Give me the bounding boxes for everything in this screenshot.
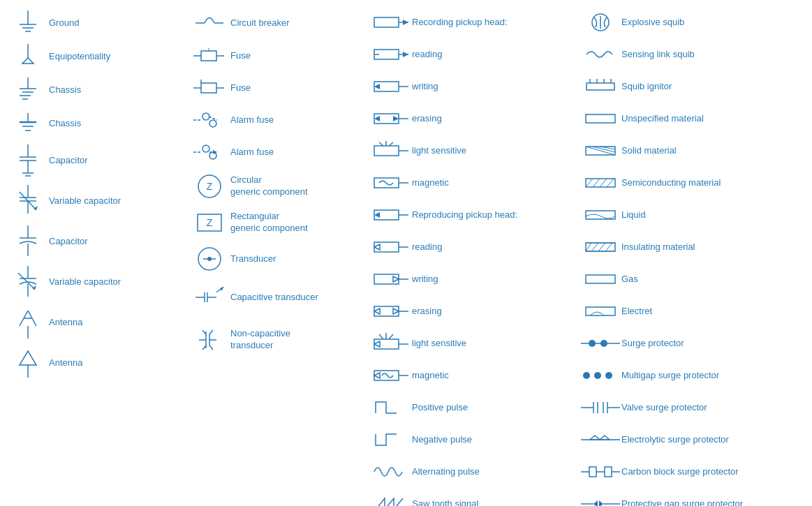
alarm-fuse2-label: Alarm fuse (230, 147, 274, 158)
insulating-material-icon (580, 239, 621, 255)
saw-tooth-icon (370, 493, 412, 506)
erasing1-icon (370, 109, 412, 128)
item-antenna2: Antenna (3, 343, 185, 382)
gas-label: Gas (621, 274, 638, 285)
svg-rect-111 (374, 306, 399, 316)
variable-capacitor1-label: Variable capacitor (49, 195, 121, 207)
svg-marker-164 (600, 436, 610, 440)
item-capacitor1: Capacitor (3, 141, 185, 180)
chassis2-label: Chassis (49, 118, 81, 130)
svg-point-53 (209, 120, 216, 127)
variable-capacitor2-label: Variable capacitor (49, 276, 121, 288)
erasing2-label: erasing (412, 306, 442, 318)
chassis1-icon (7, 76, 49, 104)
item-fuse2: Fuse (185, 73, 367, 103)
item-ground: Ground (3, 7, 185, 39)
equipotentiality-label: Equipotentiality (49, 51, 110, 63)
item-liquid: Liquid (576, 200, 812, 230)
item-light-sensitive2: light sensitive (367, 328, 576, 359)
squib-ignitor-icon (580, 76, 621, 97)
svg-line-136 (586, 179, 593, 187)
svg-rect-48 (201, 83, 216, 93)
item-solid-material: Solid material (576, 135, 812, 166)
surge-protector-label: Surge protector (621, 338, 684, 350)
svg-point-52 (202, 113, 209, 120)
antenna2-label: Antenna (49, 357, 82, 369)
alarm-fuse1-label: Alarm fuse (230, 114, 274, 126)
capacitor2-icon (7, 224, 49, 259)
electrolytic-surge-protector-label: Electrolytic surge protector (621, 434, 729, 446)
svg-rect-168 (605, 467, 612, 477)
insulating-material-label: Insulating material (621, 241, 695, 253)
solid-material-label: Solid material (621, 145, 677, 157)
svg-text:Z: Z (207, 181, 213, 192)
capacitive-transducer-icon (189, 280, 230, 315)
item-antenna1: Antenna (3, 303, 185, 342)
reading2-icon (370, 237, 412, 257)
item-variable-capacitor1: Variable capacitor (3, 181, 185, 221)
svg-line-139 (607, 179, 614, 187)
svg-rect-44 (201, 51, 216, 61)
item-variable-capacitor2: Variable capacitor (3, 262, 185, 302)
antenna1-icon (7, 305, 49, 340)
item-alarm-fuse1: Alarm fuse (185, 105, 367, 135)
circular-generic-icon: Z (189, 171, 230, 202)
protective-gap-surge-protector-label: Protective gap surge protector (621, 498, 743, 506)
svg-rect-115 (374, 339, 399, 349)
item-chassis2: Chassis (3, 107, 185, 140)
variable-capacitor1-icon (7, 184, 49, 218)
item-magnetic1: magnetic (367, 168, 576, 198)
liquid-icon (580, 207, 621, 223)
item-equipotentiality: Equipotentiality (3, 40, 185, 73)
variable-capacitor2-icon (7, 265, 49, 299)
svg-text:Z: Z (207, 217, 213, 228)
item-positive-pulse: Positive pulse (367, 392, 576, 423)
solid-material-icon (580, 142, 621, 159)
item-negative-pulse: Negative pulse (367, 424, 576, 455)
rep-pickup-head-icon (370, 204, 412, 225)
svg-marker-93 (393, 116, 399, 121)
item-protective-gap-surge-protector: Protective gap surge protector (576, 489, 812, 506)
svg-point-66 (207, 257, 212, 261)
item-alternating-pulse: Alternating pulse (367, 456, 576, 487)
non-capacitive-transducer-icon (189, 320, 230, 359)
sensing-link-squib-label: Sensing link squib (621, 49, 695, 61)
item-reading1: reading (367, 39, 576, 70)
ground-icon (7, 9, 49, 37)
erasing2-icon (370, 302, 412, 321)
item-valve-surge-protector: Valve surge protector (576, 392, 812, 423)
gas-icon (580, 271, 621, 288)
svg-point-151 (589, 340, 596, 347)
item-alarm-fuse2: Alarm fuse (185, 137, 367, 168)
item-capacitive-transducer: Capacitive transducer (185, 278, 367, 317)
svg-rect-121 (374, 371, 399, 380)
negative-pulse-label: Negative pulse (412, 434, 472, 446)
svg-line-145 (591, 243, 598, 251)
semiconducting-material-icon (580, 174, 621, 191)
item-capacitor2: Capacitor (3, 222, 185, 261)
item-transducer: Transducer (185, 241, 367, 276)
svg-marker-109 (393, 276, 399, 282)
svg-line-137 (593, 179, 600, 187)
item-magnetic2: magnetic (367, 360, 576, 391)
svg-marker-72 (220, 287, 223, 291)
liquid-label: Liquid (621, 209, 646, 221)
item-electrolytic-surge-protector: Electrolytic surge protector (576, 424, 812, 455)
unspecified-material-label: Unspecified material (621, 113, 704, 125)
rec-pickup-head-icon (370, 12, 412, 33)
squib-ignitor-label: Squib ignitor (621, 81, 672, 93)
svg-marker-171 (593, 500, 598, 506)
fuse2-label: Fuse (230, 82, 251, 94)
chassis1-label: Chassis (49, 84, 81, 96)
item-saw-tooth: Saw tooth signal (367, 489, 576, 506)
item-chassis1: Chassis (3, 74, 185, 106)
item-rectangular-generic: Z Rectangular generic component (185, 205, 367, 240)
svg-line-144 (586, 243, 591, 251)
svg-marker-83 (403, 20, 408, 25)
item-writing1: writing (367, 71, 576, 102)
item-writing2: writing (367, 264, 576, 295)
magnetic2-label: magnetic (412, 370, 449, 382)
svg-rect-166 (589, 467, 596, 477)
svg-marker-103 (374, 212, 380, 218)
svg-marker-122 (374, 373, 380, 378)
